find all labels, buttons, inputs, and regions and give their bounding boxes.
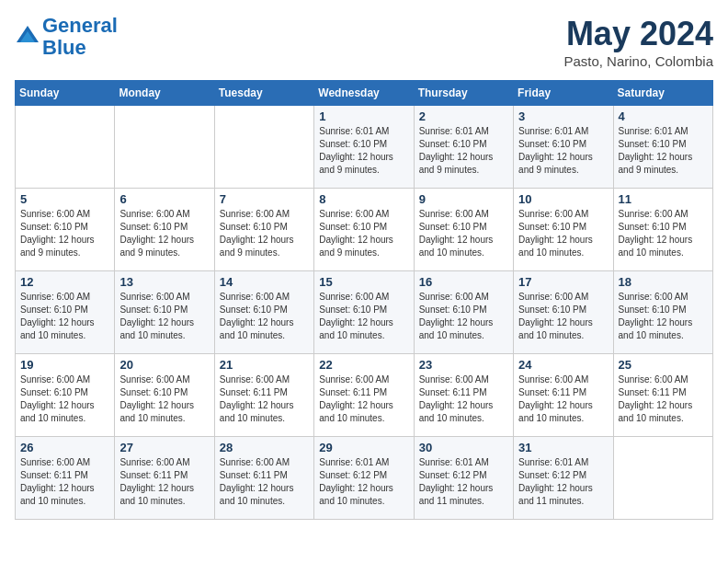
calendar-cell: 31Sunrise: 6:01 AM Sunset: 6:12 PM Dayli… — [514, 437, 613, 520]
day-info: Sunrise: 6:01 AM Sunset: 6:10 PM Dayligh… — [319, 125, 408, 177]
day-number: 25 — [619, 358, 708, 372]
day-number: 27 — [119, 441, 209, 454]
calendar-cell: 12Sunrise: 6:00 AM Sunset: 6:10 PM Dayli… — [16, 271, 115, 354]
calendar-cell: 13Sunrise: 6:00 AM Sunset: 6:10 PM Dayli… — [115, 271, 214, 354]
col-saturday: Saturday — [613, 81, 712, 106]
calendar-cell: 20Sunrise: 6:00 AM Sunset: 6:10 PM Dayli… — [115, 354, 214, 437]
title-block: May 2024 Pasto, Narino, Colombia — [563, 15, 713, 69]
calendar-cell: 10Sunrise: 6:00 AM Sunset: 6:10 PM Dayli… — [514, 189, 613, 271]
calendar-header: Sunday Monday Tuesday Wednesday Thursday… — [16, 81, 713, 106]
calendar-cell — [16, 106, 115, 189]
calendar-subtitle: Pasto, Narino, Colombia — [563, 53, 713, 69]
page-header: GeneralBlue May 2024 Pasto, Narino, Colo… — [15, 15, 713, 69]
day-number: 31 — [518, 441, 608, 454]
day-number: 28 — [220, 441, 309, 454]
col-sunday: Sunday — [16, 81, 115, 106]
day-info: Sunrise: 6:00 AM Sunset: 6:10 PM Dayligh… — [619, 291, 708, 342]
day-info: Sunrise: 6:00 AM Sunset: 6:10 PM Dayligh… — [319, 208, 408, 259]
calendar-cell: 3Sunrise: 6:01 AM Sunset: 6:10 PM Daylig… — [514, 106, 613, 189]
day-number: 3 — [518, 109, 608, 123]
calendar-title: May 2024 — [563, 15, 713, 53]
day-info: Sunrise: 6:00 AM Sunset: 6:11 PM Dayligh… — [518, 373, 608, 425]
day-number: 26 — [20, 441, 109, 454]
day-info: Sunrise: 6:00 AM Sunset: 6:10 PM Dayligh… — [119, 208, 209, 259]
calendar-cell: 16Sunrise: 6:00 AM Sunset: 6:10 PM Dayli… — [414, 271, 513, 354]
calendar-cell: 6Sunrise: 6:00 AM Sunset: 6:10 PM Daylig… — [115, 189, 214, 271]
day-info: Sunrise: 6:00 AM Sunset: 6:11 PM Dayligh… — [20, 456, 109, 508]
calendar-cell: 9Sunrise: 6:00 AM Sunset: 6:10 PM Daylig… — [414, 189, 513, 271]
calendar-cell: 25Sunrise: 6:00 AM Sunset: 6:11 PM Dayli… — [613, 354, 712, 437]
calendar-cell: 26Sunrise: 6:00 AM Sunset: 6:11 PM Dayli… — [16, 437, 115, 520]
calendar-cell: 24Sunrise: 6:00 AM Sunset: 6:11 PM Dayli… — [514, 354, 613, 437]
day-number: 12 — [20, 275, 109, 289]
day-number: 14 — [220, 275, 309, 289]
day-info: Sunrise: 6:00 AM Sunset: 6:11 PM Dayligh… — [220, 373, 309, 425]
day-number: 23 — [419, 358, 508, 372]
day-info: Sunrise: 6:00 AM Sunset: 6:10 PM Dayligh… — [518, 208, 608, 259]
calendar-week-4: 19Sunrise: 6:00 AM Sunset: 6:10 PM Dayli… — [16, 354, 713, 437]
calendar-cell: 1Sunrise: 6:01 AM Sunset: 6:10 PM Daylig… — [314, 106, 414, 189]
col-monday: Monday — [115, 81, 214, 106]
calendar-cell: 11Sunrise: 6:00 AM Sunset: 6:10 PM Dayli… — [613, 189, 712, 271]
day-number: 13 — [119, 275, 209, 289]
day-number: 2 — [419, 109, 508, 123]
day-info: Sunrise: 6:00 AM Sunset: 6:10 PM Dayligh… — [119, 373, 209, 425]
calendar-cell: 27Sunrise: 6:00 AM Sunset: 6:11 PM Dayli… — [115, 437, 214, 520]
day-info: Sunrise: 6:01 AM Sunset: 6:10 PM Dayligh… — [619, 125, 708, 177]
calendar-cell: 17Sunrise: 6:00 AM Sunset: 6:10 PM Dayli… — [514, 271, 613, 354]
day-info: Sunrise: 6:00 AM Sunset: 6:11 PM Dayligh… — [119, 456, 209, 508]
day-number: 9 — [419, 192, 508, 206]
day-info: Sunrise: 6:00 AM Sunset: 6:10 PM Dayligh… — [220, 208, 309, 259]
logo-icon — [15, 24, 40, 50]
day-info: Sunrise: 6:01 AM Sunset: 6:12 PM Dayligh… — [518, 456, 608, 508]
day-number: 1 — [319, 109, 408, 123]
calendar-cell: 5Sunrise: 6:00 AM Sunset: 6:10 PM Daylig… — [16, 189, 115, 271]
day-info: Sunrise: 6:00 AM Sunset: 6:11 PM Dayligh… — [319, 373, 408, 425]
calendar-cell — [115, 106, 214, 189]
day-info: Sunrise: 6:00 AM Sunset: 6:10 PM Dayligh… — [20, 208, 109, 259]
calendar-cell: 7Sunrise: 6:00 AM Sunset: 6:10 PM Daylig… — [214, 189, 313, 271]
day-number: 29 — [319, 441, 408, 454]
day-info: Sunrise: 6:00 AM Sunset: 6:10 PM Dayligh… — [220, 291, 309, 342]
day-info: Sunrise: 6:00 AM Sunset: 6:10 PM Dayligh… — [119, 291, 209, 342]
calendar-week-1: 1Sunrise: 6:01 AM Sunset: 6:10 PM Daylig… — [16, 106, 713, 189]
days-row: Sunday Monday Tuesday Wednesday Thursday… — [16, 81, 713, 106]
day-number: 17 — [518, 275, 608, 289]
logo-text: GeneralBlue — [42, 15, 118, 59]
calendar-week-5: 26Sunrise: 6:00 AM Sunset: 6:11 PM Dayli… — [16, 437, 713, 520]
col-friday: Friday — [514, 81, 613, 106]
day-number: 4 — [619, 109, 708, 123]
calendar-cell: 22Sunrise: 6:00 AM Sunset: 6:11 PM Dayli… — [314, 354, 414, 437]
calendar-cell: 15Sunrise: 6:00 AM Sunset: 6:10 PM Dayli… — [314, 271, 414, 354]
calendar-cell: 30Sunrise: 6:01 AM Sunset: 6:12 PM Dayli… — [414, 437, 513, 520]
calendar-table: Sunday Monday Tuesday Wednesday Thursday… — [15, 80, 713, 520]
calendar-cell: 2Sunrise: 6:01 AM Sunset: 6:10 PM Daylig… — [414, 106, 513, 189]
calendar-cell — [613, 437, 712, 520]
day-info: Sunrise: 6:00 AM Sunset: 6:11 PM Dayligh… — [220, 456, 309, 508]
day-info: Sunrise: 6:01 AM Sunset: 6:10 PM Dayligh… — [419, 125, 508, 177]
calendar-cell: 21Sunrise: 6:00 AM Sunset: 6:11 PM Dayli… — [214, 354, 313, 437]
day-number: 19 — [20, 358, 109, 372]
calendar-cell: 8Sunrise: 6:00 AM Sunset: 6:10 PM Daylig… — [314, 189, 414, 271]
day-number: 30 — [419, 441, 508, 454]
day-info: Sunrise: 6:01 AM Sunset: 6:12 PM Dayligh… — [319, 456, 408, 508]
calendar-body: 1Sunrise: 6:01 AM Sunset: 6:10 PM Daylig… — [16, 106, 713, 520]
day-info: Sunrise: 6:00 AM Sunset: 6:11 PM Dayligh… — [419, 373, 508, 425]
day-number: 6 — [119, 192, 209, 206]
day-number: 10 — [518, 192, 608, 206]
day-info: Sunrise: 6:01 AM Sunset: 6:12 PM Dayligh… — [419, 456, 508, 508]
day-number: 24 — [518, 358, 608, 372]
col-tuesday: Tuesday — [214, 81, 313, 106]
day-number: 5 — [20, 192, 109, 206]
day-number: 22 — [319, 358, 408, 372]
day-number: 21 — [220, 358, 309, 372]
day-info: Sunrise: 6:00 AM Sunset: 6:10 PM Dayligh… — [20, 291, 109, 342]
day-info: Sunrise: 6:00 AM Sunset: 6:10 PM Dayligh… — [518, 291, 608, 342]
calendar-cell — [214, 106, 313, 189]
day-info: Sunrise: 6:00 AM Sunset: 6:10 PM Dayligh… — [20, 373, 109, 425]
day-info: Sunrise: 6:01 AM Sunset: 6:10 PM Dayligh… — [518, 125, 608, 177]
day-number: 15 — [319, 275, 408, 289]
day-number: 7 — [220, 192, 309, 206]
day-info: Sunrise: 6:00 AM Sunset: 6:11 PM Dayligh… — [619, 373, 708, 425]
day-info: Sunrise: 6:00 AM Sunset: 6:10 PM Dayligh… — [319, 291, 408, 342]
